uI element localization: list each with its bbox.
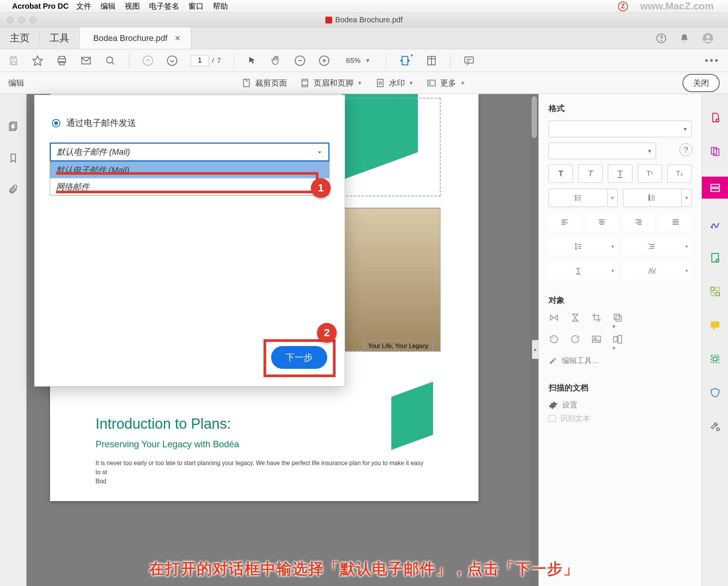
svg-rect-6 (60, 61, 64, 65)
flip-h-icon[interactable] (549, 312, 559, 330)
z-status-icon: Z (618, 2, 628, 11)
send-by-email-radio[interactable]: 通过电子邮件发送 (52, 117, 329, 129)
menu-esign[interactable]: 电子签名 (149, 1, 179, 11)
svg-rect-46 (711, 321, 719, 327)
fit-width-icon[interactable]: ▾ (399, 55, 413, 66)
menu-edit[interactable]: 编辑 (100, 1, 116, 11)
cursor-icon[interactable] (247, 56, 257, 66)
account-icon[interactable] (702, 33, 714, 44)
bell-icon[interactable] (679, 33, 689, 43)
svg-point-3 (706, 35, 710, 39)
menu-view[interactable]: 视图 (125, 1, 140, 11)
tab-tools[interactable]: 工具 (40, 27, 79, 49)
svg-rect-45 (716, 293, 719, 296)
pages-icon[interactable] (8, 121, 19, 132)
tool-crop[interactable]: 裁剪页面 (242, 78, 287, 88)
menu-window[interactable]: 窗口 (188, 1, 204, 11)
zoom-in-icon[interactable] (318, 55, 330, 66)
hand-icon[interactable] (270, 55, 281, 66)
more-icon[interactable]: ••• (705, 55, 720, 66)
scan-tool-icon[interactable] (707, 351, 723, 367)
page-view-icon[interactable] (426, 55, 437, 66)
align-justify-button[interactable] (660, 213, 692, 231)
scroll-thumb[interactable] (532, 96, 537, 138)
bold-button[interactable]: T (549, 165, 573, 183)
page-up-icon[interactable] (142, 55, 154, 66)
number-list-button[interactable]: 123▾ (623, 189, 692, 207)
line-spacing-button[interactable]: ▾ (549, 237, 618, 255)
page-sep: / (212, 56, 214, 65)
arrange-icon[interactable]: ▾ (612, 312, 623, 330)
rotate-cw-icon[interactable] (570, 334, 581, 352)
flip-v-icon[interactable] (570, 312, 581, 330)
annotation-highlight-2 (264, 339, 336, 377)
mail-icon[interactable] (80, 55, 92, 66)
crop-icon[interactable] (591, 312, 602, 330)
search-icon[interactable] (105, 55, 116, 66)
help-icon[interactable] (656, 33, 667, 44)
align-right-button[interactable] (623, 213, 655, 231)
align-objects-icon[interactable]: ▾ (612, 334, 623, 352)
replace-image-icon[interactable] (591, 334, 602, 352)
tool-watermark[interactable]: 水印▼ (375, 78, 414, 88)
edit-tools-button[interactable]: 编辑工具… (549, 356, 692, 366)
sign-icon[interactable] (707, 216, 723, 232)
doc-body: It is never too early or too late to sta… (96, 459, 433, 468)
tab-close-icon[interactable]: ✕ (174, 34, 181, 43)
edit-pdf-icon[interactable] (702, 177, 728, 199)
star-icon[interactable] (32, 55, 43, 66)
settings-button[interactable]: 设置 (549, 400, 692, 410)
more-tools-icon[interactable] (707, 418, 723, 435)
zoom-out-icon[interactable] (294, 55, 306, 66)
align-left-button[interactable] (549, 213, 581, 231)
page-down-icon[interactable] (166, 55, 178, 66)
export-pdf-icon[interactable] (707, 249, 723, 266)
attachment-icon[interactable] (8, 184, 19, 195)
tool-edit[interactable]: 编辑 (8, 78, 24, 88)
recognize-text-button[interactable]: 识别文本 (549, 413, 692, 423)
svg-point-1 (661, 40, 662, 41)
menu-help[interactable]: 帮助 (213, 1, 228, 11)
comment-icon[interactable] (463, 55, 475, 66)
email-client-select[interactable]: 默认电子邮件 (Mail) (50, 143, 329, 161)
subscript-button[interactable]: T₁ (667, 165, 692, 183)
edit-toolbar: 编辑 裁剪页面 页眉和页脚▼ 水印▼ 更多▼ 关闭 (0, 72, 728, 94)
comment-tool-icon[interactable] (707, 317, 723, 334)
print-icon[interactable] (56, 55, 67, 66)
bookmark-icon[interactable] (8, 153, 19, 163)
tool-more[interactable]: 更多▼ (427, 78, 465, 88)
app-name[interactable]: Acrobat Pro DC (12, 2, 69, 11)
horizontal-scale-button[interactable]: T▾ (549, 262, 618, 280)
save-icon[interactable] (8, 55, 19, 66)
font-family-select[interactable]: ▾ (549, 121, 692, 137)
help-icon[interactable]: ? (679, 143, 692, 156)
char-spacing-button[interactable]: AV▾ (623, 262, 692, 280)
tool-header-footer[interactable]: 页眉和页脚▼ (300, 78, 362, 88)
zoom-select[interactable]: 65% ▾ (343, 54, 373, 67)
align-center-button[interactable] (586, 213, 618, 231)
close-button[interactable]: 关闭 (682, 74, 720, 92)
panel-toggle-icon[interactable]: ▸ (532, 340, 538, 359)
chevron-down-icon (316, 149, 323, 156)
italic-button[interactable]: T (578, 165, 602, 183)
combine-pdf-icon[interactable] (707, 143, 723, 160)
tab-home[interactable]: 主页 (0, 27, 39, 49)
color-button[interactable]: T (608, 165, 632, 183)
font-size-select[interactable]: ▾ (549, 143, 656, 159)
traffic-lights[interactable] (0, 17, 36, 24)
protect-icon[interactable] (707, 384, 723, 401)
rotate-ccw-icon[interactable] (549, 334, 559, 352)
pdf-file-icon (325, 17, 332, 24)
organize-icon[interactable] (707, 283, 723, 300)
menu-file[interactable]: 文件 (76, 1, 91, 11)
page-total: 7 (217, 56, 221, 65)
superscript-button[interactable]: T¹ (638, 165, 662, 183)
doc-heading: Introduction to Plans: (96, 416, 433, 432)
create-pdf-icon[interactable] (707, 109, 723, 126)
page-current-input[interactable] (191, 55, 209, 66)
bullet-list-button[interactable]: ▾ (549, 189, 618, 207)
separator (234, 53, 234, 68)
tagline-box[interactable]: Your Life, Your Legacy (363, 340, 433, 352)
paragraph-spacing-button[interactable]: ▾ (623, 237, 692, 255)
tab-file[interactable]: Bodea Brochure.pdf ✕ (80, 27, 191, 49)
